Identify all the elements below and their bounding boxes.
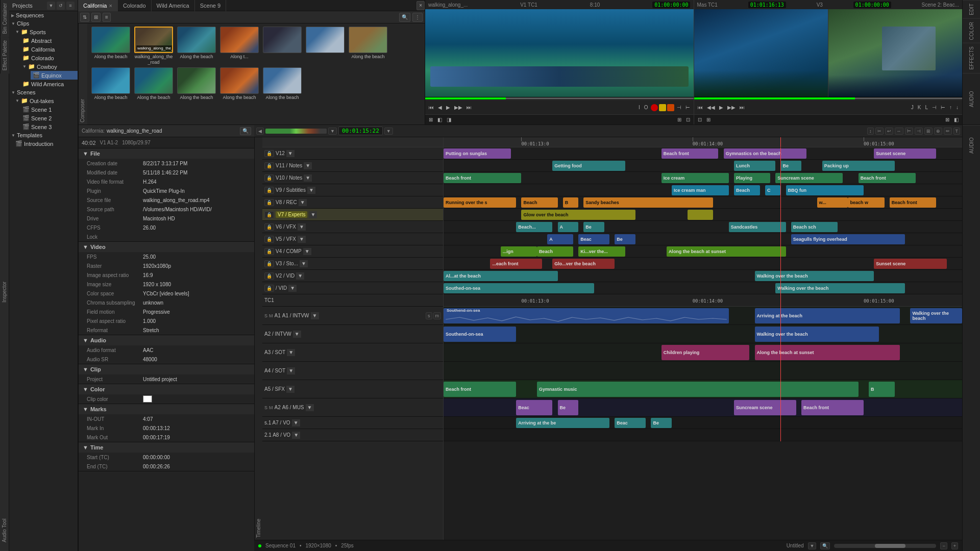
tree-out-takes[interactable]: ▼ 📁 Out-takes bbox=[13, 96, 78, 105]
track-v1-menu[interactable]: ▼ bbox=[288, 285, 297, 292]
track-v9-lock[interactable]: 🔒 bbox=[264, 187, 274, 194]
src-extra-btn1[interactable]: ⊠ bbox=[427, 116, 434, 123]
clip-be-v6[interactable]: Be bbox=[583, 222, 604, 232]
track-v7-lock[interactable]: 🔒 bbox=[264, 211, 274, 218]
tab-scene9[interactable]: Scene 9 bbox=[195, 0, 226, 11]
view-toggle-btn[interactable]: ⊞ bbox=[91, 13, 101, 22]
clip-beach-front-v10[interactable]: Beach front bbox=[444, 173, 521, 183]
clip-al-at-beach-v2[interactable]: Al...at the beach bbox=[444, 271, 558, 281]
clip-along-beach-sunset[interactable]: Along the beach at sunset bbox=[667, 246, 786, 257]
tl-tool-edit[interactable]: ✏ bbox=[944, 128, 952, 135]
sidebar-menu-btn[interactable]: ▼ bbox=[47, 2, 55, 10]
clip-playing[interactable]: Playing bbox=[734, 173, 770, 183]
track-v9-menu[interactable]: ▼ bbox=[307, 187, 315, 194]
clip-ice-cream-man[interactable]: Ice cream man bbox=[672, 185, 729, 195]
clip-sandcastles[interactable]: Sandcastles bbox=[729, 222, 786, 232]
clip-glow-over[interactable]: Glow over the beach bbox=[521, 210, 635, 220]
video-section-header[interactable]: ▼ Video bbox=[79, 242, 254, 252]
track-a3-menu[interactable]: ▼ bbox=[287, 349, 295, 356]
track-v8-menu[interactable]: ▼ bbox=[299, 199, 307, 206]
prog-lift-btn[interactable]: ⊢ bbox=[939, 104, 947, 111]
src-btn-mark-in[interactable]: ⏮ bbox=[427, 104, 435, 111]
clip-thumb-9[interactable]: Along the beach bbox=[133, 67, 174, 101]
tree-templates[interactable]: ▼ Templates bbox=[9, 131, 78, 139]
src-record-btn[interactable] bbox=[651, 104, 658, 111]
tree-sequences[interactable]: ▶ Sequences bbox=[9, 11, 78, 19]
track-v11-menu[interactable]: ▼ bbox=[304, 162, 312, 169]
prog-btn-start[interactable]: ⏮ bbox=[696, 104, 704, 111]
src-extra-btn3[interactable]: ◨ bbox=[445, 116, 453, 123]
track-v3-menu[interactable]: ▼ bbox=[300, 260, 308, 267]
track-v11-lock[interactable]: 🔒 bbox=[264, 162, 274, 169]
track-a1-solo[interactable]: s bbox=[426, 312, 432, 319]
clip-seagulls[interactable]: Seagulls flying overhead bbox=[791, 234, 905, 244]
prog-trim-btn[interactable]: ⊣ bbox=[930, 104, 938, 111]
clip-thumb-7[interactable]: Along the beach bbox=[348, 27, 388, 65]
tree-scene2[interactable]: 🎬 Scene 2 bbox=[20, 114, 78, 122]
track-v6-menu[interactable]: ▼ bbox=[298, 223, 306, 231]
tree-introduction[interactable]: 🎬 Introduction bbox=[13, 139, 78, 148]
tree-equinox[interactable]: 🎬 Equinox bbox=[31, 71, 78, 80]
status-search[interactable]: 🔍 bbox=[820, 542, 830, 549]
clip-beach-v6[interactable]: Beach... bbox=[516, 222, 552, 232]
prog-btn-l[interactable]: L bbox=[923, 104, 929, 111]
prog-overwrite-btn[interactable]: ↓ bbox=[954, 104, 960, 111]
list-view-btn[interactable]: ≡ bbox=[103, 13, 111, 22]
clip-southend-a2[interactable]: Southend-on-sea bbox=[444, 327, 516, 342]
status-zoom-out[interactable]: − bbox=[940, 542, 947, 549]
clip-beac-a6[interactable]: Beac bbox=[516, 400, 552, 415]
tl-btn-back[interactable]: ◀ bbox=[256, 128, 264, 135]
tree-clips[interactable]: ▼ Clips bbox=[9, 19, 78, 28]
clip-w-v8[interactable]: w... bbox=[817, 197, 848, 208]
clip-lunch[interactable]: Lunch bbox=[734, 161, 775, 171]
src-btn-overwrite[interactable]: ⊢ bbox=[684, 104, 692, 111]
src-btn-play[interactable]: ▶ bbox=[445, 104, 452, 111]
clip-arriving-be-a7[interactable]: Arriving at the be bbox=[516, 418, 609, 428]
color-label[interactable]: COLOR bbox=[963, 18, 980, 43]
prog-btn-jkl[interactable]: J bbox=[910, 104, 915, 111]
track-v2-lock[interactable]: 🔒 bbox=[264, 272, 274, 280]
src-btn-splice[interactable]: ⊣ bbox=[675, 104, 683, 111]
tl-btn-menu[interactable]: ▼ bbox=[328, 128, 337, 135]
clip-each-front-v3[interactable]: ...each front bbox=[490, 259, 542, 269]
tab-california[interactable]: California × bbox=[78, 0, 118, 11]
prog-extract-btn[interactable]: ↑ bbox=[948, 104, 953, 111]
clip-bbq-fun[interactable]: BBQ fun bbox=[786, 185, 864, 195]
timeline-scrollbar[interactable] bbox=[834, 544, 936, 548]
status-dropdown[interactable]: ▼ bbox=[808, 542, 817, 549]
effects-label[interactable]: EFFECTS bbox=[963, 43, 980, 73]
clip-gymnastic-music[interactable]: Gymnastic music bbox=[537, 382, 859, 397]
more-btn[interactable]: ⋮ bbox=[412, 13, 423, 22]
clip-thumb-4[interactable]: Along t... bbox=[219, 27, 260, 65]
clip-southed-v1[interactable]: Southed-on-sea bbox=[444, 283, 594, 293]
marks-section-header[interactable]: ▼ Marks bbox=[79, 404, 254, 414]
src-extra-btn2[interactable]: ◧ bbox=[436, 116, 444, 123]
track-v2-menu[interactable]: ▼ bbox=[296, 272, 304, 280]
clip-suncream[interactable]: Suncream scene bbox=[775, 173, 843, 183]
src-btn-in[interactable]: I bbox=[637, 104, 642, 111]
track-a2-menu[interactable]: ▼ bbox=[293, 331, 301, 338]
track-v10-lock[interactable]: 🔒 bbox=[264, 174, 274, 182]
color-section-header[interactable]: ▼ Color bbox=[79, 384, 254, 394]
track-a8-menu[interactable]: ▼ bbox=[292, 432, 300, 439]
clip-beach-front-a5[interactable]: Beach front bbox=[444, 382, 516, 397]
clip-thumb-1[interactable]: Along the beach bbox=[90, 27, 131, 65]
src-mark-btn[interactable] bbox=[659, 104, 666, 111]
src-btn-next-frame[interactable]: ▶▶ bbox=[453, 104, 464, 111]
clip-ice-cream[interactable]: Ice cream bbox=[662, 173, 729, 183]
src-mark-out-btn[interactable] bbox=[667, 104, 674, 111]
tree-abstract[interactable]: 📁 Abstract bbox=[20, 36, 78, 45]
edit-label[interactable]: EDIT bbox=[963, 0, 980, 18]
status-zoom-in[interactable]: + bbox=[951, 542, 958, 549]
tab-colorado[interactable]: Colorado bbox=[118, 0, 152, 11]
sidebar-more-btn[interactable]: ≡ bbox=[66, 2, 75, 10]
browser-close-btn[interactable]: × bbox=[416, 1, 425, 10]
clip-c-v9[interactable]: C bbox=[765, 185, 780, 195]
prog-extra1[interactable]: ⊡ bbox=[696, 116, 703, 123]
clip-thumb-12[interactable]: Along the beach bbox=[262, 67, 303, 101]
tl-tool-text[interactable]: T bbox=[953, 128, 961, 135]
track-a1-menu[interactable]: ▼ bbox=[311, 312, 319, 319]
prog-btn-next[interactable]: ▶▶ bbox=[726, 104, 737, 111]
track-v5-lock[interactable]: 🔒 bbox=[264, 236, 274, 243]
clip-running[interactable]: Running over the s bbox=[444, 197, 516, 208]
